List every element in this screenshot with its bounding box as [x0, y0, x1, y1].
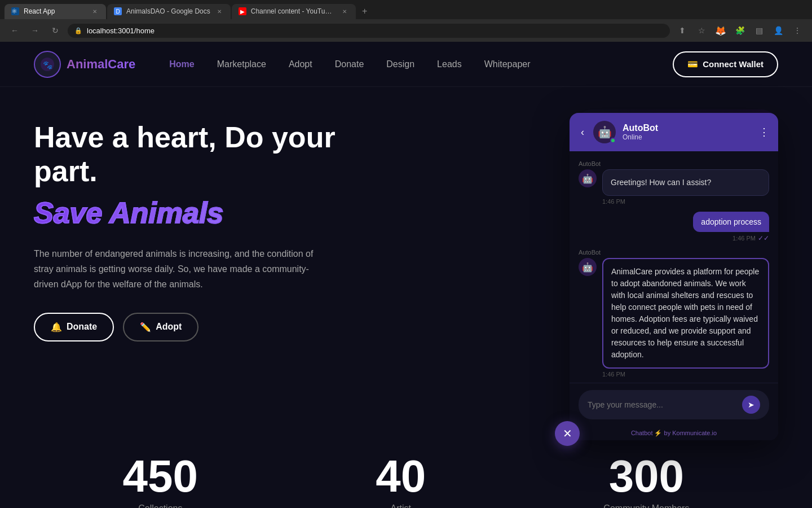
extension-user[interactable]: 👤 — [770, 23, 786, 38]
navbar: 🐾 AnimalCare Home Marketplace Adopt Dona… — [0, 42, 812, 87]
logo-text: AnimalCare — [67, 57, 135, 72]
hero-title: Have a heart, Do your part. — [34, 121, 372, 189]
community-label: Community Members — [603, 503, 689, 508]
chatbot-name: AutoBot — [623, 123, 752, 133]
tab-title-youtube: Channel content - YouTube St... — [251, 7, 336, 15]
bookmark-button[interactable]: ☆ — [694, 23, 709, 38]
address-bar[interactable]: 🔒 localhost:3001/home — [68, 24, 670, 38]
chatbot-back-button[interactable]: ‹ — [579, 124, 586, 141]
stats-section: 450 Collections 40 Artist 300 Community … — [0, 437, 812, 508]
donate-button[interactable]: 🔔 Donate — [34, 313, 114, 341]
bot-avatar-2: 🤖 — [579, 258, 597, 276]
wallet-icon: 💳 — [687, 59, 698, 69]
tab-title-react: React App — [24, 7, 86, 15]
hero-content: Have a heart, Do your part. Save Animals… — [34, 121, 372, 414]
svg-text:🐾: 🐾 — [43, 60, 53, 70]
bot-response-group: 🤖 AnimalCare provides a platform for peo… — [579, 258, 769, 378]
extension-sidebar[interactable]: ▤ — [751, 23, 767, 38]
donate-icon: 🔔 — [51, 322, 62, 332]
adopt-button[interactable]: ✏️ Adopt — [123, 313, 198, 341]
back-button[interactable]: ← — [7, 23, 23, 38]
stat-artist: 40 Artist — [376, 454, 426, 508]
nav-design[interactable]: Design — [386, 59, 414, 69]
forward-button[interactable]: → — [27, 23, 43, 38]
nav-whitepaper[interactable]: Whitepaper — [484, 59, 531, 69]
chatbot-avatar: 🤖 — [593, 121, 616, 143]
hero-description: The number of endangered animals is incr… — [34, 246, 316, 292]
browser-toolbar-actions: ⬆ ☆ 🦊 🧩 ▤ 👤 ⋮ — [674, 23, 805, 38]
logo-area[interactable]: 🐾 AnimalCare — [34, 51, 135, 78]
chatbot-input-area: ➤ — [570, 383, 778, 426]
collections-number: 450 — [123, 454, 198, 499]
chatbot-send-button[interactable]: ➤ — [742, 396, 760, 414]
nav-adopt[interactable]: Adopt — [289, 59, 312, 69]
chatbot-messages: AutoBot 🤖 Greetings! How can I assist? 1… — [570, 151, 778, 383]
nav-leads[interactable]: Leads — [437, 59, 462, 69]
tab-title-docs: AnimalsDAO - Google Docs — [126, 7, 210, 15]
greeting-time: 1:46 PM — [602, 198, 769, 205]
chatbot-footer-text: Chatbot ⚡ by Kommunicate.io — [631, 430, 717, 436]
bot-response-time: 1:46 PM — [602, 371, 769, 378]
nav-marketplace[interactable]: Marketplace — [217, 59, 266, 69]
tab-favicon-docs: D — [114, 7, 122, 15]
chatbot-online-dot — [610, 138, 616, 143]
community-number: 300 — [603, 454, 689, 499]
nav-donate[interactable]: Donate — [335, 59, 364, 69]
browser-tabs: ⚛ React App ✕ D AnimalsDAO - Google Docs… — [0, 0, 812, 19]
connect-wallet-label: Connect Wallet — [703, 59, 764, 69]
new-tab-button[interactable]: + — [357, 3, 373, 19]
bot-sender-label-2: AutoBot 🤖 AnimalCare provides a platform… — [579, 249, 769, 378]
bot-sender-label-1: AutoBot 🤖 Greetings! How can I assist? 1… — [579, 160, 769, 205]
bot-avatar-1: 🤖 — [579, 169, 597, 187]
browser-menu[interactable]: ⋮ — [789, 23, 805, 38]
url-text: localhost:3001/home — [87, 27, 155, 35]
sender-label-autobot-2: AutoBot — [579, 249, 769, 256]
browser-tab-docs[interactable]: D AnimalsDAO - Google Docs ✕ — [107, 4, 231, 19]
adopt-icon: ✏️ — [140, 322, 151, 332]
chatbot-info: AutoBot Online — [623, 123, 752, 141]
tab-close-docs[interactable]: ✕ — [215, 7, 224, 16]
extension-puzzle[interactable]: 🧩 — [732, 23, 748, 38]
tab-favicon-youtube: ▶ — [239, 7, 246, 15]
refresh-button[interactable]: ↻ — [47, 23, 63, 38]
chatbot-footer: Chatbot ⚡ by Kommunicate.io — [570, 426, 778, 440]
chatbot-menu-button[interactable]: ⋮ — [759, 126, 769, 138]
adopt-label: Adopt — [156, 322, 182, 332]
artist-number: 40 — [376, 454, 426, 499]
extension-metamask[interactable]: 🦊 — [713, 23, 729, 38]
logo-icon: 🐾 — [34, 51, 61, 78]
artist-label: Artist — [376, 503, 426, 508]
chatbot-status: Online — [623, 133, 752, 141]
browser-tab-youtube[interactable]: ▶ Channel content - YouTube St... ✕ — [232, 4, 356, 19]
share-button[interactable]: ⬆ — [674, 23, 690, 38]
lock-icon: 🔒 — [74, 27, 82, 34]
sender-label-autobot-1: AutoBot — [579, 160, 769, 167]
chatbot-close-button[interactable]: ✕ — [555, 421, 580, 446]
tab-close-youtube[interactable]: ✕ — [340, 7, 349, 16]
hero-buttons: 🔔 Donate ✏️ Adopt — [34, 313, 372, 341]
connect-wallet-button[interactable]: 💳 Connect Wallet — [673, 51, 778, 77]
browser-tab-react[interactable]: ⚛ React App ✕ — [5, 4, 106, 19]
chatbot-input[interactable] — [588, 400, 738, 409]
bot-response-bubble: AnimalCare provides a platform for peopl… — [602, 258, 769, 369]
close-icon: ✕ — [563, 427, 572, 440]
nav-links: Home Marketplace Adopt Donate Design Lea… — [169, 59, 673, 69]
chatbot-header: ‹ 🤖 AutoBot Online ⋮ — [570, 113, 778, 151]
bot-greeting-group: 🤖 Greetings! How can I assist? 1:46 PM — [579, 169, 769, 205]
stat-community: 300 Community Members — [603, 454, 689, 508]
user-message-time: 1:46 PM — [732, 235, 756, 242]
bot-greeting-content: Greetings! How can I assist? 1:46 PM — [602, 169, 769, 205]
hero-subtitle: Save Animals — [34, 195, 372, 230]
chatbot-input-container: ➤ — [579, 390, 769, 419]
donate-label: Donate — [67, 322, 97, 332]
browser-toolbar: ← → ↻ 🔒 localhost:3001/home ⬆ ☆ 🦊 🧩 ▤ 👤 … — [0, 19, 812, 42]
tab-close-react[interactable]: ✕ — [90, 7, 99, 16]
browser-chrome: ⚛ React App ✕ D AnimalsDAO - Google Docs… — [0, 0, 812, 42]
tab-favicon-react: ⚛ — [11, 7, 19, 15]
nav-home[interactable]: Home — [169, 59, 194, 69]
user-bubble: adoption process — [693, 212, 769, 232]
read-checkmark: ✓✓ — [758, 234, 769, 242]
user-message-group: adoption process 1:46 PM ✓✓ — [579, 212, 769, 242]
chatbot-widget: ‹ 🤖 AutoBot Online ⋮ AutoBot 🤖 Greetings… — [570, 113, 778, 440]
bot-greeting-bubble: Greetings! How can I assist? — [602, 169, 769, 196]
